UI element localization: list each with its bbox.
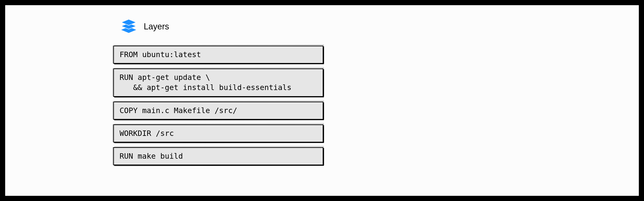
- layers-stack: FROM ubuntu:latest RUN apt-get update \ …: [113, 46, 324, 165]
- layer-box: RUN make build: [113, 147, 324, 165]
- diagram-canvas: Layers FROM ubuntu:latest RUN apt-get up…: [5, 5, 639, 196]
- layer-box: COPY main.c Makefile /src/: [113, 102, 324, 120]
- layer-box: FROM ubuntu:latest: [113, 46, 324, 64]
- title-label: Layers: [144, 22, 169, 32]
- layer-box: RUN apt-get update \ && apt-get install …: [113, 68, 324, 97]
- header: Layers: [120, 19, 169, 34]
- layers-icon: [120, 19, 137, 34]
- svg-marker-2: [121, 19, 136, 25]
- layer-box: WORKDIR /src: [113, 124, 324, 142]
